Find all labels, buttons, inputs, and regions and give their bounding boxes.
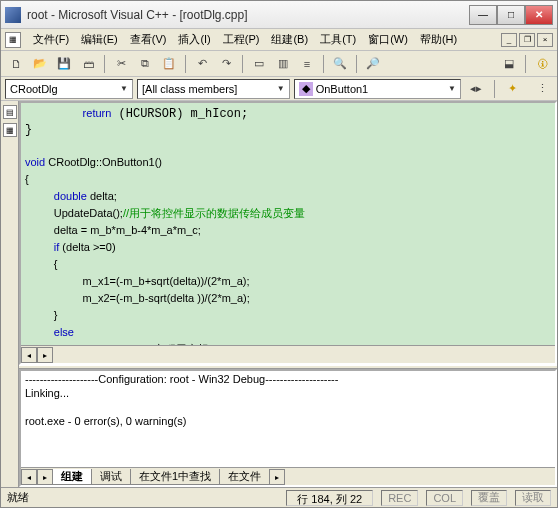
maximize-button[interactable]: □ xyxy=(497,5,525,25)
toolbar-separator xyxy=(323,55,324,73)
toolbar-separator xyxy=(104,55,105,73)
editor-scrollbar-row: ◂ ▸ xyxy=(21,345,555,363)
status-ovr: 覆盖 xyxy=(471,490,507,506)
system-menu-icon[interactable]: ▦ xyxy=(5,32,21,48)
code-content[interactable]: return (HCURSOR) m_hIcon; } void CRootDl… xyxy=(21,103,555,345)
tabs-more-icon[interactable]: ▸ xyxy=(269,469,285,485)
scroll-left-icon[interactable]: ◂ xyxy=(21,469,37,485)
menu-edit[interactable]: 编辑(E) xyxy=(75,30,124,49)
output-icon[interactable]: ▥ xyxy=(272,53,294,75)
code-text: { xyxy=(25,173,29,185)
window-title: root - Microsoft Visual C++ - [rootDlg.c… xyxy=(27,8,469,22)
mdi-restore-button[interactable]: ❐ xyxy=(519,33,535,47)
paste-icon[interactable]: 📋 xyxy=(158,53,180,75)
find-icon[interactable]: 🔎 xyxy=(362,53,384,75)
toolbar-separator xyxy=(525,55,526,73)
output-line: --------------------Configuration: root … xyxy=(25,373,338,385)
title-bar: root - Microsoft Visual C++ - [rootDlg.c… xyxy=(1,1,557,29)
toolbar-options-icon[interactable]: ⋮ xyxy=(531,78,553,100)
save-all-icon[interactable]: 🗃 xyxy=(77,53,99,75)
output-line: root.exe - 0 error(s), 0 warning(s) xyxy=(25,415,186,427)
menu-window[interactable]: 窗口(W) xyxy=(362,30,414,49)
window-list-icon[interactable]: ≡ xyxy=(296,53,318,75)
tile-icon[interactable]: ⬓ xyxy=(498,53,520,75)
close-button[interactable]: ✕ xyxy=(525,5,553,25)
redo-icon[interactable]: ↷ xyxy=(215,53,237,75)
toolbar-separator xyxy=(242,55,243,73)
tab-build[interactable]: 组建 xyxy=(52,469,92,485)
window-buttons: — □ ✕ xyxy=(469,5,553,25)
status-ready: 就绪 xyxy=(7,490,278,505)
tab-debug[interactable]: 调试 xyxy=(91,469,131,485)
menu-insert[interactable]: 插入(I) xyxy=(172,30,216,49)
scroll-right-icon[interactable]: ▸ xyxy=(37,347,53,363)
output-line: Linking... xyxy=(25,387,69,399)
tab-find-in-files-1[interactable]: 在文件1中查找 xyxy=(130,469,220,485)
workspace-tab-icon[interactable]: ▦ xyxy=(3,123,17,137)
code-text: { xyxy=(54,258,58,270)
code-editor[interactable]: return (HCURSOR) m_hIcon; } void CRootDl… xyxy=(19,101,557,365)
wizard-action-icon[interactable]: ✦ xyxy=(502,78,524,100)
tab-find-in-files-2[interactable]: 在文件 xyxy=(219,469,270,485)
code-text: delta = m_b*m_b-4*m_a*m_c; xyxy=(54,224,201,236)
scroll-left-icon[interactable]: ◂ xyxy=(21,347,37,363)
status-rec: REC xyxy=(381,490,418,506)
open-icon[interactable]: 📂 xyxy=(29,53,51,75)
minimize-button[interactable]: — xyxy=(469,5,497,25)
workspace-bar: ▤ ▦ xyxy=(1,101,19,487)
undo-icon[interactable]: ↶ xyxy=(191,53,213,75)
chevron-down-icon: ▼ xyxy=(116,84,128,93)
menu-help[interactable]: 帮助(H) xyxy=(414,30,463,49)
save-icon[interactable]: 💾 xyxy=(53,53,75,75)
code-comment: //用于将控件显示的数据传给成员变量 xyxy=(123,207,305,219)
workspace-icon[interactable]: ▭ xyxy=(248,53,270,75)
standard-toolbar: 🗋 📂 💾 🗃 ✂ ⧉ 📋 ↶ ↷ ▭ ▥ ≡ 🔍 🔎 ⬓ 🛈 xyxy=(1,51,557,77)
function-combo-value: OnButton1 xyxy=(316,83,369,95)
menu-project[interactable]: 工程(P) xyxy=(217,30,266,49)
menu-view[interactable]: 查看(V) xyxy=(124,30,173,49)
go-button[interactable]: ◂▸ xyxy=(465,78,487,100)
class-combo[interactable]: CRootDlg ▼ xyxy=(5,79,133,99)
output-content[interactable]: --------------------Configuration: root … xyxy=(21,371,555,467)
wizard-bar: CRootDlg ▼ [All class members] ▼ ◆ OnBut… xyxy=(1,77,557,101)
help-icon[interactable]: 🛈 xyxy=(531,53,553,75)
editor-stack: return (HCURSOR) m_hIcon; } void CRootDl… xyxy=(19,101,557,487)
menu-build[interactable]: 组建(B) xyxy=(265,30,314,49)
menu-file[interactable]: 文件(F) xyxy=(27,30,75,49)
toolbar-separator xyxy=(494,80,495,98)
toolbar-separator xyxy=(356,55,357,73)
chevron-down-icon: ▼ xyxy=(273,84,285,93)
class-combo-value: CRootDlg xyxy=(10,83,58,95)
code-text: UpdateData(); xyxy=(54,207,123,219)
cut-icon[interactable]: ✂ xyxy=(110,53,132,75)
code-text: CRootDlg::OnButton1() xyxy=(45,156,162,168)
menu-tools[interactable]: 工具(T) xyxy=(314,30,362,49)
toolbar-separator xyxy=(185,55,186,73)
status-cursor-position: 行 184, 列 22 xyxy=(286,490,373,506)
status-bar: 就绪 行 184, 列 22 REC COL 覆盖 读取 xyxy=(1,487,557,507)
code-text: (delta >=0) xyxy=(59,241,115,253)
code-text: m_x2=(-m_b-sqrt(delta ))/(2*m_a); xyxy=(83,292,250,304)
main-area: ▤ ▦ return (HCURSOR) m_hIcon; } void CRo… xyxy=(1,101,557,487)
menu-bar: ▦ 文件(F) 编辑(E) 查看(V) 插入(I) 工程(P) 组建(B) 工具… xyxy=(1,29,557,51)
app-icon xyxy=(5,7,21,23)
new-icon[interactable]: 🗋 xyxy=(5,53,27,75)
members-combo[interactable]: [All class members] ▼ xyxy=(137,79,290,99)
mdi-close-button[interactable]: × xyxy=(537,33,553,47)
code-keyword: void xyxy=(25,156,45,168)
code-text: delta; xyxy=(87,190,117,202)
copy-icon[interactable]: ⧉ xyxy=(134,53,156,75)
scroll-right-icon[interactable]: ▸ xyxy=(37,469,53,485)
function-combo[interactable]: ◆ OnButton1 ▼ xyxy=(294,79,461,99)
workspace-tab-icon[interactable]: ▤ xyxy=(3,105,17,119)
output-tab-row: ◂ ▸ 组建 调试 在文件1中查找 在文件 ▸ xyxy=(21,467,555,485)
members-combo-value: [All class members] xyxy=(142,83,237,95)
mdi-minimize-button[interactable]: _ xyxy=(501,33,517,47)
function-icon: ◆ xyxy=(299,82,313,96)
code-keyword: double xyxy=(54,190,87,202)
output-panel: --------------------Configuration: root … xyxy=(19,369,557,487)
chevron-down-icon: ▼ xyxy=(444,84,456,93)
find-in-files-icon[interactable]: 🔍 xyxy=(329,53,351,75)
status-col: COL xyxy=(426,490,463,506)
status-read: 读取 xyxy=(515,490,551,506)
